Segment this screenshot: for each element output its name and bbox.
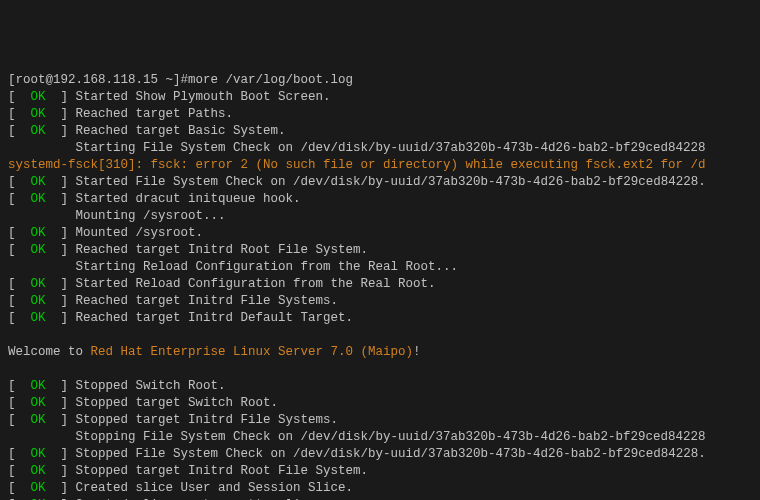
welcome-suffix: ! [413, 345, 421, 359]
status-bracket-open: [ [8, 396, 31, 410]
log-message: Reached target Initrd Default Target. [76, 311, 354, 325]
status-bracket-close: ] [46, 107, 76, 121]
log-message: Stopped File System Check on /dev/disk/b… [76, 447, 706, 461]
status-bracket-close: ] [46, 175, 76, 189]
log-line: Starting File System Check on /dev/disk/… [8, 140, 752, 157]
log-line: [ OK ] Reached target Basic System. [8, 123, 752, 140]
terminal-output: [root@192.168.118.15 ~]#more /var/log/bo… [8, 72, 752, 500]
log-line: [ OK ] Reached target Initrd File System… [8, 293, 752, 310]
status-ok: OK [31, 277, 46, 291]
log-message: Reached target Basic System. [76, 124, 286, 138]
log-line: [ OK ] Stopped Switch Root. [8, 378, 752, 395]
welcome-os-name: Red Hat Enterprise Linux Server 7.0 (Mai… [91, 345, 414, 359]
log-message: Stopping File System Check on /dev/disk/… [8, 430, 706, 444]
log-message: Started dracut initqueue hook. [76, 192, 301, 206]
log-message: Started File System Check on /dev/disk/b… [76, 175, 706, 189]
status-ok: OK [31, 243, 46, 257]
status-bracket-close: ] [46, 413, 76, 427]
status-ok: OK [31, 107, 46, 121]
status-bracket-close: ] [46, 226, 76, 240]
status-bracket-close: ] [46, 124, 76, 138]
status-bracket-open: [ [8, 107, 31, 121]
log-line: Starting Reload Configuration from the R… [8, 259, 752, 276]
log-message: Started Show Plymouth Boot Screen. [76, 90, 331, 104]
log-message: Starting Reload Configuration from the R… [8, 260, 458, 274]
status-bracket-open: [ [8, 311, 31, 325]
log-message: Starting File System Check on /dev/disk/… [8, 141, 706, 155]
status-bracket-close: ] [46, 481, 76, 495]
status-bracket-open: [ [8, 192, 31, 206]
error-message: systemd-fsck[310]: fsck: error 2 (No suc… [8, 158, 706, 172]
status-ok: OK [31, 396, 46, 410]
status-ok: OK [31, 192, 46, 206]
log-line: [ OK ] Stopped target Initrd Root File S… [8, 463, 752, 480]
status-bracket-close: ] [46, 277, 76, 291]
status-bracket-open: [ [8, 481, 31, 495]
blank-line [8, 327, 752, 344]
status-ok: OK [31, 124, 46, 138]
status-bracket-close: ] [46, 396, 76, 410]
status-bracket-close: ] [46, 90, 76, 104]
log-line: [ OK ] Started dracut initqueue hook. [8, 191, 752, 208]
log-line: [ OK ] Started Show Plymouth Boot Screen… [8, 89, 752, 106]
log-line: systemd-fsck[310]: fsck: error 2 (No suc… [8, 157, 752, 174]
log-message: Stopped target Initrd Root File System. [76, 464, 369, 478]
log-line: Welcome to Red Hat Enterprise Linux Serv… [8, 344, 752, 361]
status-bracket-close: ] [46, 379, 76, 393]
status-bracket-open: [ [8, 464, 31, 478]
status-bracket-open: [ [8, 447, 31, 461]
status-ok: OK [31, 90, 46, 104]
status-ok: OK [31, 447, 46, 461]
log-line: Stopping File System Check on /dev/disk/… [8, 429, 752, 446]
status-bracket-close: ] [46, 294, 76, 308]
log-line: [ OK ] Started Reload Configuration from… [8, 276, 752, 293]
log-message: Stopped target Switch Root. [76, 396, 279, 410]
status-bracket-close: ] [46, 447, 76, 461]
blank-line [8, 361, 752, 378]
log-line: [ OK ] Stopped target Initrd File System… [8, 412, 752, 429]
status-ok: OK [31, 379, 46, 393]
status-ok: OK [31, 413, 46, 427]
log-line: [ OK ] Created slice User and Session Sl… [8, 480, 752, 497]
status-bracket-open: [ [8, 294, 31, 308]
status-bracket-open: [ [8, 243, 31, 257]
status-bracket-open: [ [8, 124, 31, 138]
status-ok: OK [31, 175, 46, 189]
status-bracket-open: [ [8, 226, 31, 240]
log-message: Created slice User and Session Slice. [76, 481, 354, 495]
log-message: Reached target Initrd File Systems. [76, 294, 339, 308]
log-message: Mounting /sysroot... [8, 209, 226, 223]
log-line: [ OK ] Reached target Initrd Root File S… [8, 242, 752, 259]
status-bracket-close: ] [46, 311, 76, 325]
status-bracket-close: ] [46, 243, 76, 257]
log-message: Mounted /sysroot. [76, 226, 204, 240]
status-bracket-open: [ [8, 90, 31, 104]
status-bracket-open: [ [8, 277, 31, 291]
log-message: Reached target Initrd Root File System. [76, 243, 369, 257]
log-line: [ OK ] Reached target Paths. [8, 106, 752, 123]
welcome-prefix: Welcome to [8, 345, 91, 359]
log-message: Reached target Paths. [76, 107, 234, 121]
log-line: [ OK ] Stopped File System Check on /dev… [8, 446, 752, 463]
log-message: Stopped target Initrd File Systems. [76, 413, 339, 427]
status-ok: OK [31, 226, 46, 240]
log-line: [ OK ] Stopped target Switch Root. [8, 395, 752, 412]
log-line: [ OK ] Reached target Initrd Default Tar… [8, 310, 752, 327]
status-bracket-open: [ [8, 413, 31, 427]
status-ok: OK [31, 311, 46, 325]
status-bracket-close: ] [46, 192, 76, 206]
status-bracket-open: [ [8, 379, 31, 393]
log-line: [ OK ] Mounted /sysroot. [8, 225, 752, 242]
log-message: Stopped Switch Root. [76, 379, 226, 393]
status-ok: OK [31, 464, 46, 478]
shell-prompt[interactable]: [root@192.168.118.15 ~]#more /var/log/bo… [8, 72, 752, 89]
status-ok: OK [31, 481, 46, 495]
log-line: Mounting /sysroot... [8, 208, 752, 225]
status-bracket-close: ] [46, 464, 76, 478]
log-message: Started Reload Configuration from the Re… [76, 277, 436, 291]
status-bracket-open: [ [8, 175, 31, 189]
status-ok: OK [31, 294, 46, 308]
log-line: [ OK ] Started File System Check on /dev… [8, 174, 752, 191]
